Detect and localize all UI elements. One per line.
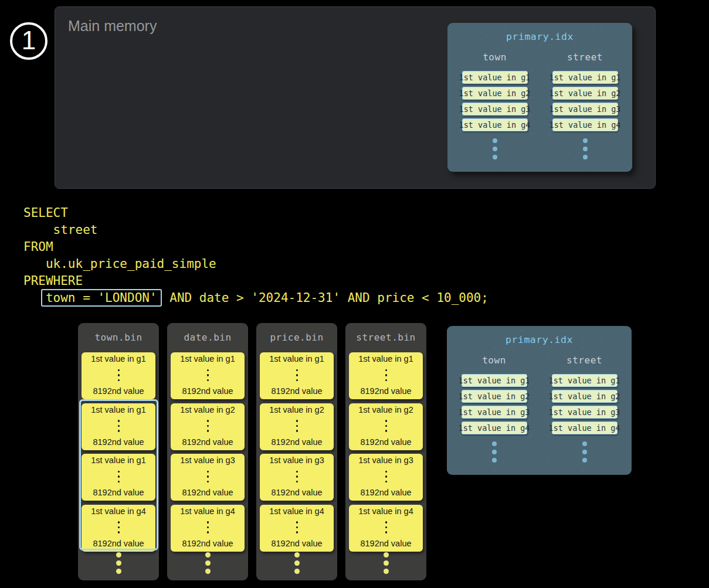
primary-idx-title: primary.idx	[447, 326, 632, 345]
bin-title: date.bin	[167, 323, 248, 343]
granule-last-value-label: 8192nd value	[182, 487, 233, 498]
granule-block: 1st value in g38192nd value	[260, 454, 334, 501]
granule-block: 1st value in g48192nd value	[349, 505, 423, 552]
step-number: 1	[22, 28, 36, 53]
ellipsis-dots	[582, 441, 587, 463]
granule-inner-ellipsis	[385, 471, 387, 483]
granule-inner-ellipsis	[118, 369, 120, 382]
main-memory-title: Main memory	[68, 18, 157, 35]
granule-last-value-label: 8192nd value	[182, 386, 233, 397]
index-entries: 1st value in g11st value in g21st value …	[462, 71, 528, 131]
ellipsis-dot	[492, 458, 497, 463]
granule-first-value-label: 1st value in g1	[180, 354, 235, 365]
ellipsis-dot	[582, 458, 587, 463]
column-header-town: town	[483, 52, 507, 63]
granule-last-value-label: 8192nd value	[182, 437, 233, 448]
index-column-town: town1st value in g11st value in g21st va…	[462, 52, 528, 159]
index-columns: town1st value in g11st value in g21st va…	[447, 355, 632, 463]
index-entry-chip: 1st value in g2	[552, 390, 618, 403]
granule-first-value-label: 1st value in g3	[180, 455, 235, 466]
index-entry-chip: 1st value in g2	[552, 87, 618, 100]
granule-inner-ellipsis	[296, 369, 298, 382]
granule-inner-ellipsis	[118, 471, 120, 483]
granule-last-value-label: 8192nd value	[93, 437, 144, 448]
column-file-price-bin: price.bin1st value in g18192nd value1st …	[256, 323, 337, 580]
granule-inner-ellipsis	[296, 420, 298, 432]
granule-first-value-label: 1st value in g4	[180, 506, 235, 517]
granule-first-value-label: 1st value in g1	[91, 354, 146, 365]
step-badge: 1	[10, 22, 48, 60]
granule-block: 1st value in g48192nd value	[260, 505, 334, 552]
bin-title: town.bin	[78, 323, 159, 343]
sql-line: SELECT	[23, 205, 489, 222]
column-file-date-bin: date.bin1st value in g18192nd value1st v…	[167, 323, 248, 580]
granule-first-value-label: 1st value in g3	[269, 455, 324, 466]
index-entry-chip: 1st value in g4	[552, 422, 618, 434]
granule-first-value-label: 1st value in g1	[91, 455, 146, 466]
granule-last-value-label: 8192nd value	[360, 538, 411, 549]
granule-inner-ellipsis	[385, 420, 387, 432]
ellipsis-dot	[582, 441, 587, 446]
granule-block: 1st value in g18192nd value	[82, 352, 155, 399]
granule-inner-ellipsis	[207, 471, 209, 483]
primary-idx-panel-disk: primary.idxtown1st value in g11st value …	[447, 326, 632, 475]
granule-block: 1st value in g18192nd value	[82, 403, 155, 450]
index-entry-chip: 1st value in g3	[552, 103, 618, 115]
ellipsis-dot	[583, 147, 588, 151]
bin-bottom-ellipsis	[78, 552, 159, 574]
index-entry-chip: 1st value in g4	[462, 118, 528, 131]
index-entry-chip: 1st value in g4	[462, 422, 527, 434]
index-entries: 1st value in g11st value in g21st value …	[552, 71, 618, 131]
index-entry-chip: 1st value in g2	[462, 390, 527, 403]
index-entry-chip: 1st value in g3	[552, 406, 618, 419]
column-header-street: street	[567, 52, 603, 63]
granule-last-value-label: 8192nd value	[93, 487, 144, 498]
sql-line: PREWHERE	[23, 273, 489, 290]
granule-inner-ellipsis	[296, 471, 298, 483]
granule-first-value-label: 1st value in g1	[358, 354, 413, 365]
granule-block: 1st value in g18192nd value	[349, 352, 423, 399]
index-entry-chip: 1st value in g4	[552, 118, 618, 131]
granule-inner-ellipsis	[385, 369, 387, 382]
index-entry-chip: 1st value in g1	[552, 71, 618, 84]
sql-line: FROM	[23, 239, 489, 256]
ellipsis-dot	[492, 450, 497, 454]
granule-first-value-label: 1st value in g4	[358, 506, 413, 517]
ellipsis-dots	[492, 441, 497, 463]
granule-first-value-label: 1st value in g2	[269, 405, 324, 416]
granule-last-value-label: 8192nd value	[360, 487, 411, 498]
ellipsis-dot	[492, 441, 497, 446]
granule-block: 1st value in g18192nd value	[260, 352, 334, 399]
bin-bottom-ellipsis	[167, 552, 248, 574]
index-column-town: town1st value in g11st value in g21st va…	[462, 355, 527, 463]
granule-first-value-label: 1st value in g3	[358, 455, 413, 466]
ellipsis-dot	[493, 138, 497, 143]
granule-first-value-label: 1st value in g4	[91, 506, 146, 517]
ellipsis-dot	[583, 138, 588, 143]
ellipsis-dots	[583, 138, 588, 159]
column-header-street: street	[566, 355, 602, 366]
primary-idx-panel-memory: primary.idxtown1st value in g11st value …	[447, 23, 632, 172]
bin-bottom-ellipsis	[256, 552, 337, 574]
granule-inner-ellipsis	[118, 521, 120, 533]
ellipsis-dot	[493, 147, 497, 151]
index-entry-chip: 1st value in g2	[462, 87, 528, 100]
granule-block: 1st value in g48192nd value	[171, 505, 245, 552]
index-entries: 1st value in g11st value in g21st value …	[552, 374, 618, 434]
granule-last-value-label: 8192nd value	[271, 437, 322, 448]
column-header-town: town	[482, 355, 506, 366]
granule-inner-ellipsis	[118, 420, 120, 432]
index-column-street: street1st value in g11st value in g21st …	[552, 355, 618, 463]
ellipsis-dot	[583, 155, 588, 159]
granule-first-value-label: 1st value in g2	[358, 405, 413, 416]
granule-block: 1st value in g28192nd value	[260, 403, 334, 450]
index-column-street: street1st value in g11st value in g21st …	[552, 52, 618, 159]
column-file-town-bin: town.bin1st value in g18192nd value1st v…	[78, 323, 159, 580]
granule-last-value-label: 8192nd value	[360, 386, 411, 397]
granule-block: 1st value in g28192nd value	[349, 403, 423, 450]
granule-last-value-label: 8192nd value	[271, 386, 322, 397]
granule-last-value-label: 8192nd value	[93, 538, 144, 549]
granule-first-value-label: 1st value in g4	[269, 506, 324, 517]
index-entry-chip: 1st value in g1	[462, 374, 527, 387]
primary-idx-title: primary.idx	[447, 23, 632, 42]
